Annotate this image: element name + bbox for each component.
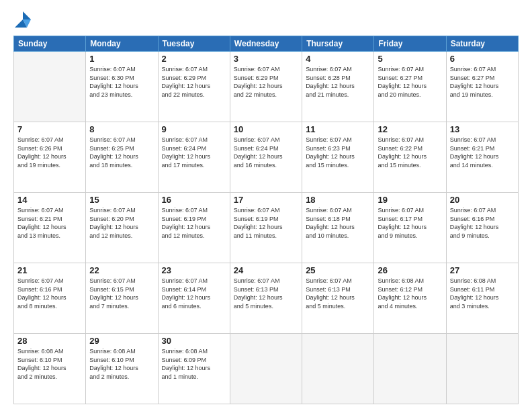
calendar-cell bbox=[302, 334, 374, 404]
calendar-cell: 16Sunrise: 6:07 AM Sunset: 6:19 PM Dayli… bbox=[158, 193, 230, 263]
day-info: Sunrise: 6:07 AM Sunset: 6:21 PM Dayligh… bbox=[450, 136, 515, 169]
calendar-cell bbox=[230, 334, 302, 404]
day-number: 18 bbox=[306, 195, 370, 205]
day-number: 7 bbox=[17, 124, 82, 134]
day-info: Sunrise: 6:07 AM Sunset: 6:18 PM Dayligh… bbox=[306, 206, 370, 240]
day-number: 4 bbox=[306, 54, 370, 64]
calendar-cell: 15Sunrise: 6:07 AM Sunset: 6:20 PM Dayli… bbox=[86, 193, 158, 263]
day-number: 26 bbox=[378, 265, 442, 275]
calendar-cell: 2Sunrise: 6:07 AM Sunset: 6:29 PM Daylig… bbox=[158, 52, 230, 122]
day-info: Sunrise: 6:07 AM Sunset: 6:23 PM Dayligh… bbox=[306, 136, 370, 169]
calendar-cell bbox=[14, 52, 86, 122]
day-number: 9 bbox=[162, 124, 226, 134]
day-info: Sunrise: 6:07 AM Sunset: 6:21 PM Dayligh… bbox=[17, 206, 82, 240]
day-number: 23 bbox=[162, 265, 226, 275]
day-info: Sunrise: 6:07 AM Sunset: 6:26 PM Dayligh… bbox=[17, 136, 82, 169]
week-row-5: 28Sunrise: 6:08 AM Sunset: 6:10 PM Dayli… bbox=[14, 334, 519, 404]
week-row-4: 21Sunrise: 6:07 AM Sunset: 6:16 PM Dayli… bbox=[14, 263, 519, 334]
day-number: 1 bbox=[89, 54, 154, 64]
day-number: 17 bbox=[234, 195, 298, 205]
calendar-cell: 9Sunrise: 6:07 AM Sunset: 6:24 PM Daylig… bbox=[158, 122, 230, 193]
day-info: Sunrise: 6:08 AM Sunset: 6:12 PM Dayligh… bbox=[378, 277, 442, 310]
calendar-cell: 12Sunrise: 6:07 AM Sunset: 6:22 PM Dayli… bbox=[374, 122, 446, 193]
calendar-cell: 24Sunrise: 6:07 AM Sunset: 6:13 PM Dayli… bbox=[230, 263, 302, 334]
calendar-cell: 17Sunrise: 6:07 AM Sunset: 6:19 PM Dayli… bbox=[230, 193, 302, 263]
day-number: 2 bbox=[162, 54, 226, 64]
day-info: Sunrise: 6:07 AM Sunset: 6:17 PM Dayligh… bbox=[378, 206, 442, 240]
day-info: Sunrise: 6:07 AM Sunset: 6:29 PM Dayligh… bbox=[162, 65, 226, 99]
logo-icon bbox=[13, 10, 32, 29]
col-wednesday: Wednesday bbox=[230, 36, 302, 52]
day-info: Sunrise: 6:07 AM Sunset: 6:19 PM Dayligh… bbox=[234, 206, 298, 240]
calendar-cell: 11Sunrise: 6:07 AM Sunset: 6:23 PM Dayli… bbox=[302, 122, 374, 193]
day-info: Sunrise: 6:07 AM Sunset: 6:27 PM Dayligh… bbox=[450, 65, 515, 99]
day-number: 6 bbox=[450, 54, 515, 64]
page: Sunday Monday Tuesday Wednesday Thursday… bbox=[0, 0, 532, 411]
calendar-cell: 27Sunrise: 6:08 AM Sunset: 6:11 PM Dayli… bbox=[446, 263, 518, 334]
day-number: 14 bbox=[17, 195, 82, 205]
col-thursday: Thursday bbox=[302, 36, 374, 52]
calendar-cell: 4Sunrise: 6:07 AM Sunset: 6:28 PM Daylig… bbox=[302, 52, 374, 122]
calendar-cell: 23Sunrise: 6:07 AM Sunset: 6:14 PM Dayli… bbox=[158, 263, 230, 334]
day-info: Sunrise: 6:07 AM Sunset: 6:13 PM Dayligh… bbox=[234, 277, 298, 310]
day-info: Sunrise: 6:08 AM Sunset: 6:11 PM Dayligh… bbox=[450, 277, 515, 310]
day-number: 28 bbox=[17, 336, 82, 346]
day-number: 8 bbox=[89, 124, 154, 134]
day-number: 5 bbox=[378, 54, 442, 64]
day-info: Sunrise: 6:07 AM Sunset: 6:24 PM Dayligh… bbox=[162, 136, 226, 169]
day-number: 10 bbox=[234, 124, 298, 134]
day-info: Sunrise: 6:07 AM Sunset: 6:16 PM Dayligh… bbox=[17, 277, 82, 310]
day-info: Sunrise: 6:07 AM Sunset: 6:28 PM Dayligh… bbox=[306, 65, 370, 99]
day-info: Sunrise: 6:07 AM Sunset: 6:16 PM Dayligh… bbox=[450, 206, 515, 240]
calendar-cell bbox=[446, 334, 518, 404]
calendar: Sunday Monday Tuesday Wednesday Thursday… bbox=[13, 36, 519, 404]
calendar-cell: 13Sunrise: 6:07 AM Sunset: 6:21 PM Dayli… bbox=[446, 122, 518, 193]
calendar-cell bbox=[374, 334, 446, 404]
col-sunday: Sunday bbox=[14, 36, 86, 52]
logo bbox=[13, 10, 35, 29]
calendar-cell: 1Sunrise: 6:07 AM Sunset: 6:30 PM Daylig… bbox=[86, 52, 158, 122]
day-info: Sunrise: 6:07 AM Sunset: 6:14 PM Dayligh… bbox=[162, 277, 226, 310]
day-number: 25 bbox=[306, 265, 370, 275]
day-number: 12 bbox=[378, 124, 442, 134]
day-number: 30 bbox=[162, 336, 226, 346]
calendar-cell: 28Sunrise: 6:08 AM Sunset: 6:10 PM Dayli… bbox=[14, 334, 86, 404]
day-number: 13 bbox=[450, 124, 515, 134]
calendar-cell: 22Sunrise: 6:07 AM Sunset: 6:15 PM Dayli… bbox=[86, 263, 158, 334]
day-number: 16 bbox=[162, 195, 226, 205]
col-tuesday: Tuesday bbox=[158, 36, 230, 52]
day-info: Sunrise: 6:07 AM Sunset: 6:13 PM Dayligh… bbox=[306, 277, 370, 310]
day-number: 19 bbox=[378, 195, 442, 205]
svg-marker-0 bbox=[23, 11, 31, 19]
day-info: Sunrise: 6:07 AM Sunset: 6:15 PM Dayligh… bbox=[89, 277, 154, 310]
calendar-cell: 14Sunrise: 6:07 AM Sunset: 6:21 PM Dayli… bbox=[14, 193, 86, 263]
day-info: Sunrise: 6:08 AM Sunset: 6:09 PM Dayligh… bbox=[162, 347, 226, 381]
day-info: Sunrise: 6:07 AM Sunset: 6:22 PM Dayligh… bbox=[378, 136, 442, 169]
week-row-1: 1Sunrise: 6:07 AM Sunset: 6:30 PM Daylig… bbox=[14, 52, 519, 122]
day-number: 11 bbox=[306, 124, 370, 134]
calendar-cell: 18Sunrise: 6:07 AM Sunset: 6:18 PM Dayli… bbox=[302, 193, 374, 263]
calendar-cell: 21Sunrise: 6:07 AM Sunset: 6:16 PM Dayli… bbox=[14, 263, 86, 334]
day-number: 22 bbox=[89, 265, 154, 275]
day-number: 20 bbox=[450, 195, 515, 205]
calendar-cell: 25Sunrise: 6:07 AM Sunset: 6:13 PM Dayli… bbox=[302, 263, 374, 334]
day-number: 24 bbox=[234, 265, 298, 275]
header bbox=[13, 10, 519, 29]
calendar-header-row: Sunday Monday Tuesday Wednesday Thursday… bbox=[14, 36, 519, 52]
day-info: Sunrise: 6:08 AM Sunset: 6:10 PM Dayligh… bbox=[89, 347, 154, 381]
calendar-cell: 5Sunrise: 6:07 AM Sunset: 6:27 PM Daylig… bbox=[374, 52, 446, 122]
day-info: Sunrise: 6:07 AM Sunset: 6:30 PM Dayligh… bbox=[89, 65, 154, 99]
col-monday: Monday bbox=[86, 36, 158, 52]
calendar-cell: 6Sunrise: 6:07 AM Sunset: 6:27 PM Daylig… bbox=[446, 52, 518, 122]
day-info: Sunrise: 6:07 AM Sunset: 6:24 PM Dayligh… bbox=[234, 136, 298, 169]
calendar-cell: 26Sunrise: 6:08 AM Sunset: 6:12 PM Dayli… bbox=[374, 263, 446, 334]
calendar-cell: 29Sunrise: 6:08 AM Sunset: 6:10 PM Dayli… bbox=[86, 334, 158, 404]
calendar-cell: 8Sunrise: 6:07 AM Sunset: 6:25 PM Daylig… bbox=[86, 122, 158, 193]
day-number: 3 bbox=[234, 54, 298, 64]
week-row-2: 7Sunrise: 6:07 AM Sunset: 6:26 PM Daylig… bbox=[14, 122, 519, 193]
day-info: Sunrise: 6:08 AM Sunset: 6:10 PM Dayligh… bbox=[17, 347, 82, 381]
day-info: Sunrise: 6:07 AM Sunset: 6:25 PM Dayligh… bbox=[89, 136, 154, 169]
day-number: 27 bbox=[450, 265, 515, 275]
day-number: 29 bbox=[89, 336, 154, 346]
day-number: 15 bbox=[89, 195, 154, 205]
